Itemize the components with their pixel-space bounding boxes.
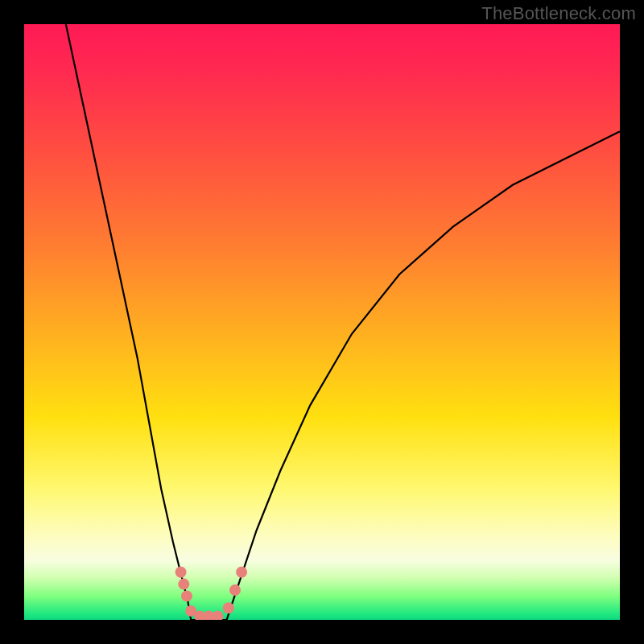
- curve-marker: [223, 602, 234, 613]
- curve-marker: [213, 611, 224, 620]
- curve-marker: [175, 567, 187, 578]
- curve-marker: [229, 584, 241, 596]
- curve-marker: [185, 605, 196, 617]
- curve-marker: [194, 611, 205, 620]
- curve-markers: [175, 567, 248, 620]
- curve-marker: [236, 567, 247, 578]
- curve-path: [66, 24, 620, 620]
- chart-area: [24, 24, 620, 620]
- bottleneck-curve: [24, 24, 620, 620]
- curve-marker: [181, 590, 192, 601]
- watermark-text: TheBottleneck.com: [481, 3, 636, 24]
- curve-marker: [178, 579, 189, 590]
- curve-marker: [203, 611, 214, 620]
